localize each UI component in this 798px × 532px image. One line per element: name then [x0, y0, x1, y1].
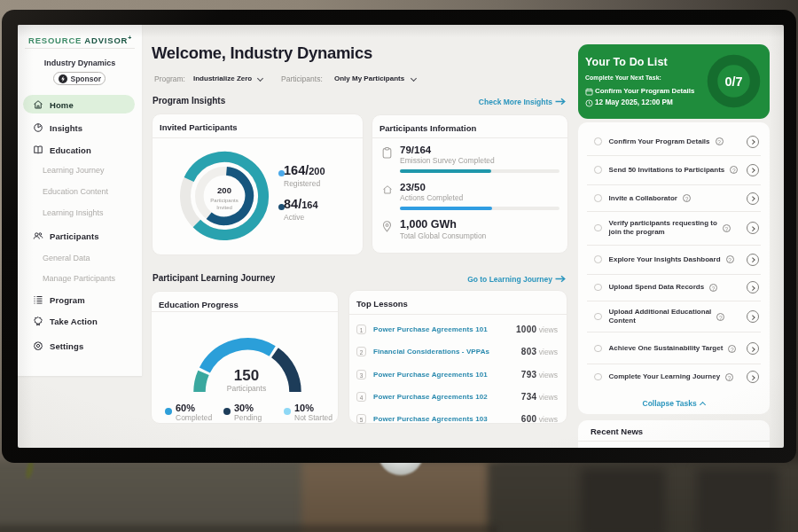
svg-text:200: 200: [217, 185, 231, 195]
svg-text:0/7: 0/7: [724, 74, 742, 89]
svg-text:Participants: Participants: [210, 198, 238, 203]
svg-text:Invited: Invited: [216, 205, 232, 210]
